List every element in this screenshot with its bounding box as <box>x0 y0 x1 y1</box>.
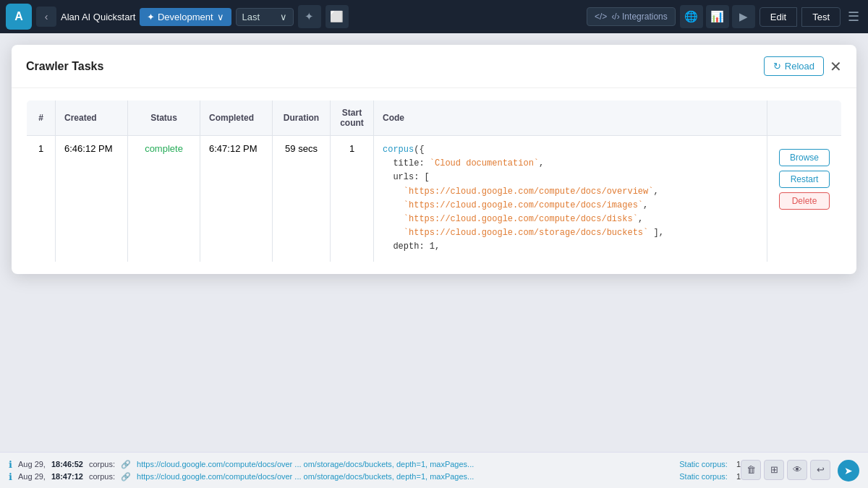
code-title-key: title: <box>383 158 430 168</box>
undo-icon-button[interactable]: ↩ <box>810 460 830 480</box>
log-url-2[interactable]: https://cloud.google.com/compute/docs/ov… <box>137 472 474 481</box>
code-depth: depth: 1, <box>383 241 440 252</box>
eye-icon-button[interactable]: 👁 <box>787 460 807 480</box>
modal-header: Crawler Tasks ↻ Reload ✕ <box>12 45 856 88</box>
cell-code: corpus({ title: `Cloud documentation`, u… <box>374 136 767 262</box>
delete-button[interactable]: Delete <box>779 192 830 210</box>
last-dropdown[interactable]: Last ∨ <box>236 8 294 26</box>
cell-created: 6:46:12 PM <box>56 136 128 262</box>
cell-duration: 59 secs <box>273 136 331 262</box>
reload-icon: ↻ <box>773 61 781 72</box>
log-date-2: Aug 29, <box>18 472 46 481</box>
cell-completed: 6:47:12 PM <box>200 136 273 262</box>
code-urls-key: urls: [ <box>383 172 430 182</box>
log-static-1[interactable]: Static corpus: <box>679 460 728 468</box>
tasks-table: # Created Status Completed Duration Star… <box>26 100 842 262</box>
integrations-label: ‹/› Integrations <box>611 12 667 22</box>
cell-status: complete <box>128 136 200 262</box>
code-keyword-corpus: corpus <box>383 145 414 155</box>
table-header-row: # Created Status Completed Duration Star… <box>27 100 842 136</box>
cell-startcount: 1 <box>331 136 374 262</box>
col-header-code: Code <box>374 100 767 136</box>
log-label-2: corpus: <box>89 472 115 481</box>
actions-column: Browse Restart Delete <box>776 143 833 215</box>
restart-button[interactable]: Restart <box>779 171 830 188</box>
camera-icon-button[interactable]: ⬜ <box>326 5 349 28</box>
log-link-icon-2: 🔗 <box>121 472 131 481</box>
code-url-2: `https://cloud.google.com/compute/docs/i… <box>404 200 643 210</box>
chart-button[interactable]: 📊 <box>706 5 729 28</box>
integrations-icon: </> <box>595 12 607 22</box>
log-url-1[interactable]: https://cloud.google.com/compute/docs/ov… <box>137 460 474 468</box>
log-rows: ℹ Aug 29, 18:46:52 corpus: 🔗 https://clo… <box>9 459 741 482</box>
col-header-num: # <box>27 100 56 136</box>
modal-title: Crawler Tasks <box>26 60 103 73</box>
chevron-down-icon: ∨ <box>217 12 224 22</box>
log-time-2: 18:47:12 <box>51 472 83 481</box>
code-title-val: `Cloud documentation` <box>430 158 539 168</box>
table-row: 1 6:46:12 PM complete 6:47:12 PM 59 secs… <box>27 136 842 262</box>
bottom-right-icons: 🗑 ⊞ 👁 ↩ ➤ <box>741 460 859 481</box>
env-label: ✦ Development <box>147 12 213 22</box>
col-header-duration: Duration <box>273 100 331 136</box>
browse-button[interactable]: Browse <box>779 149 830 166</box>
code-block: corpus({ title: `Cloud documentation`, u… <box>383 143 758 254</box>
grid-icon-button[interactable]: ⊞ <box>764 460 784 480</box>
code-url-4: `https://cloud.google.com/storage/docs/b… <box>404 228 648 238</box>
info-icon-2: ℹ <box>9 471 12 482</box>
col-header-completed: Completed <box>200 100 273 136</box>
run-button[interactable]: ▶ <box>732 5 755 28</box>
edit-button[interactable]: Edit <box>760 7 797 27</box>
close-button[interactable]: ✕ <box>830 59 842 74</box>
topnav: A ‹ Alan AI Quickstart ✦ Development ∨ L… <box>0 0 868 33</box>
log-row-2: ℹ Aug 29, 18:47:12 corpus: 🔗 https://clo… <box>9 471 741 482</box>
log-static-2[interactable]: Static corpus: <box>679 472 728 481</box>
log-date-1: Aug 29, <box>18 460 46 468</box>
info-icon-1: ℹ <box>9 459 12 470</box>
bottom-bar: ℹ Aug 29, 18:46:52 corpus: 🔗 https://clo… <box>0 452 868 488</box>
col-header-status: Status <box>128 100 200 136</box>
menu-button[interactable]: ☰ <box>845 6 862 27</box>
environment-dropdown[interactable]: ✦ Development ∨ <box>140 8 231 26</box>
chevron-down-icon-2: ∨ <box>280 12 287 22</box>
nav-right-icons: 🌐 📊 ▶ <box>680 5 755 28</box>
project-name: Alan AI Quickstart <box>61 12 135 22</box>
status-badge: complete <box>145 143 183 154</box>
code-url-3: `https://cloud.google.com/compute/docs/d… <box>404 214 638 224</box>
reload-button[interactable]: ↻ Reload <box>764 56 824 76</box>
col-header-created: Created <box>56 100 128 136</box>
log-link-icon-1: 🔗 <box>121 460 131 469</box>
log-label-1: corpus: <box>89 460 115 468</box>
integrations-button[interactable]: </> ‹/› Integrations <box>587 7 676 26</box>
code-open: ({ <box>414 145 424 155</box>
last-label: Last <box>242 12 260 22</box>
table-container: # Created Status Completed Duration Star… <box>12 88 856 274</box>
trash-icon-button[interactable]: 🗑 <box>741 460 761 480</box>
log-row-1: ℹ Aug 29, 18:46:52 corpus: 🔗 https://clo… <box>9 459 741 470</box>
send-button[interactable]: ➤ <box>838 460 859 481</box>
modal-header-right: ↻ Reload ✕ <box>764 56 842 76</box>
col-header-actions <box>767 100 842 136</box>
code-url-1: `https://cloud.google.com/compute/docs/o… <box>404 187 654 197</box>
cell-num: 1 <box>27 136 56 262</box>
reload-label: Reload <box>785 61 814 72</box>
back-button[interactable]: ‹ <box>36 7 56 27</box>
cell-actions: Browse Restart Delete <box>767 136 842 262</box>
main-area: Crawler Tasks ↻ Reload ✕ # Created Statu… <box>0 33 868 452</box>
logo: A <box>6 4 32 30</box>
magic-icon-button[interactable]: ✦ <box>298 5 321 28</box>
col-header-startcount: Start count <box>331 100 374 136</box>
globe-button[interactable]: 🌐 <box>680 5 703 28</box>
test-button[interactable]: Test <box>801 7 841 27</box>
crawler-tasks-modal: Crawler Tasks ↻ Reload ✕ # Created Statu… <box>12 45 856 274</box>
log-time-1: 18:46:52 <box>51 460 83 468</box>
